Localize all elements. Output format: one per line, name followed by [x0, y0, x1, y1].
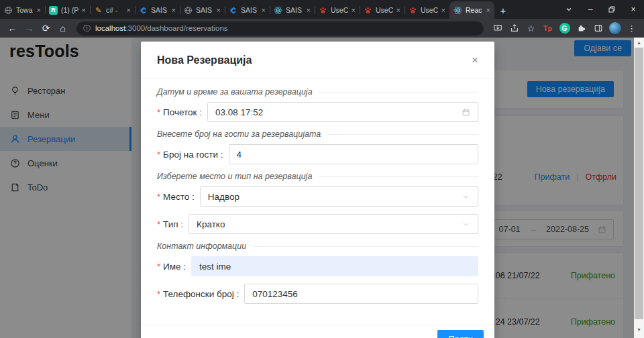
profile-avatar[interactable] — [606, 20, 623, 36]
tab-title: SAIS — [151, 6, 168, 14]
modal-close-icon[interactable]: × — [472, 54, 478, 67]
guests-input[interactable] — [237, 150, 470, 160]
form-item-phone: * Телефонски број : — [157, 284, 478, 304]
required-asterisk: * — [157, 150, 160, 160]
modal-body: Датум и време за вашата резервација * По… — [141, 79, 494, 325]
url-path: :3000/dashboard/reservations — [125, 24, 227, 32]
name-input[interactable] — [199, 262, 470, 272]
scroll-down-icon[interactable]: ▾ — [634, 325, 644, 334]
install-app-icon[interactable] — [489, 20, 506, 36]
form-item-start: * Почеток : — [157, 102, 478, 122]
bookmark-star-icon[interactable]: ☆ — [523, 20, 539, 36]
phone-field[interactable] — [244, 284, 478, 304]
field-label: Тип : — [163, 219, 183, 229]
form-item-place: * Место : Надвор — [157, 186, 478, 207]
form-item-type: * Тип : Кратко — [157, 214, 478, 234]
tab-close-icon[interactable]: × — [396, 6, 400, 14]
field-label: Број на гости : — [163, 150, 223, 160]
section-divider: Изберете место и тип на резервација — [157, 172, 478, 181]
modal-title: Нова Резервација — [157, 54, 252, 66]
scrollbar-thumb[interactable] — [635, 48, 643, 319]
share-icon[interactable] — [506, 20, 523, 36]
datetime-picker-field[interactable] — [207, 102, 478, 122]
browser-tab[interactable]: Towa × — [0, 1, 45, 19]
globe-icon — [4, 6, 13, 15]
paw-icon — [364, 6, 372, 15]
window-controls: – × — [558, 0, 644, 19]
tab-title: Towa — [16, 6, 34, 14]
tab-close-icon[interactable]: × — [486, 6, 490, 14]
tab-title: UseC — [376, 6, 393, 14]
home-button[interactable]: ⌂ — [54, 20, 71, 36]
required-asterisk: * — [157, 107, 160, 117]
grammarly-extension-icon[interactable]: G — [556, 20, 573, 36]
field-label: Телефонски број : — [163, 289, 239, 299]
browser-tab[interactable]: ✎ c# - × — [90, 1, 135, 19]
tab-close-icon[interactable]: × — [82, 6, 86, 14]
browser-tab[interactable]: UseC × — [315, 1, 360, 19]
browser-tab-active[interactable]: Reac × — [449, 1, 494, 19]
page-scrollbar[interactable]: ▴ ▾ — [634, 38, 644, 338]
pencil-icon: ✎ — [94, 6, 103, 15]
section-divider: Датум и време за вашата резервација — [157, 87, 478, 97]
browser-tab[interactable]: R (1) (P × — [45, 1, 90, 19]
phone-input[interactable] — [252, 289, 470, 299]
browser-menu-icon[interactable]: ⋮ — [623, 20, 640, 36]
submit-button[interactable]: Прати — [437, 330, 484, 338]
name-field[interactable] — [191, 256, 478, 276]
page: resTools Ресторан Мени Резервации Оценки… — [0, 38, 644, 338]
azure-icon — [139, 6, 148, 15]
window-minimize-button[interactable]: – — [580, 0, 601, 19]
window-restore-button[interactable] — [601, 0, 623, 19]
window-close-button[interactable]: × — [623, 0, 644, 19]
form-item-guests: * Број на гости : — [157, 144, 478, 164]
side-panel-icon[interactable] — [590, 20, 606, 36]
form-item-name: * Име : — [157, 256, 478, 276]
place-select[interactable]: Надвор — [200, 186, 478, 207]
field-label: Место : — [163, 192, 195, 202]
address-bar[interactable]: ⓘ localhost:3000/dashboard/reservations — [76, 21, 484, 36]
tp-extension-icon[interactable]: Tp — [539, 20, 556, 36]
browser-tab[interactable]: UseC × — [405, 1, 449, 19]
tab-title: SAIS — [196, 6, 213, 14]
select-value: Кратко — [197, 219, 462, 229]
forward-button[interactable]: → — [21, 20, 38, 36]
modal-footer: Прати — [141, 325, 494, 338]
extensions-puzzle-icon[interactable] — [573, 20, 590, 36]
browser-tab[interactable]: UseC × — [360, 1, 405, 19]
tab-close-icon[interactable]: × — [127, 6, 131, 14]
start-datetime-input[interactable] — [215, 107, 462, 117]
browser-tab[interactable]: SAIS × — [180, 1, 225, 19]
tab-title: SAIS — [241, 6, 258, 14]
browser-tab-bar: Towa × R (1) (P × ✎ c# - × SAIS × SAIS ×… — [0, 0, 644, 19]
new-tab-button[interactable]: + — [494, 1, 512, 19]
tab-close-icon[interactable]: × — [172, 6, 176, 14]
reload-button[interactable]: ⟳ — [38, 20, 54, 36]
type-select[interactable]: Кратко — [189, 214, 478, 234]
site-info-icon[interactable]: ⓘ — [83, 23, 91, 34]
required-asterisk: * — [157, 289, 160, 299]
tab-close-icon[interactable]: × — [352, 6, 356, 14]
tab-search-chevron-icon[interactable] — [558, 0, 580, 19]
section-divider: Внесете број на гости за резервацијата — [157, 129, 478, 139]
tab-close-icon[interactable]: × — [217, 6, 221, 14]
paw-icon — [319, 6, 327, 15]
browser-tab[interactable]: SAIS × — [225, 1, 270, 19]
tab-close-icon[interactable]: × — [37, 6, 41, 14]
guests-field[interactable] — [229, 144, 478, 164]
chevron-down-icon — [462, 220, 470, 229]
back-button[interactable]: ← — [4, 20, 21, 36]
modal-header: Нова Резервација × — [141, 42, 494, 79]
tab-title: UseC — [331, 6, 348, 14]
browser-tab[interactable]: SAIS × — [270, 1, 315, 19]
tab-title: (1) (P — [61, 6, 78, 14]
react-icon — [453, 6, 462, 15]
tab-close-icon[interactable]: × — [307, 6, 311, 14]
tab-close-icon[interactable]: × — [441, 6, 445, 14]
tab-close-icon[interactable]: × — [262, 6, 266, 14]
react-icon — [274, 6, 282, 15]
browser-tab[interactable]: SAIS × — [135, 1, 180, 19]
field-label: Име : — [163, 262, 186, 272]
new-reservation-modal: Нова Резервација × Датум и време за ваша… — [141, 42, 494, 338]
scroll-up-icon[interactable]: ▴ — [634, 38, 644, 47]
